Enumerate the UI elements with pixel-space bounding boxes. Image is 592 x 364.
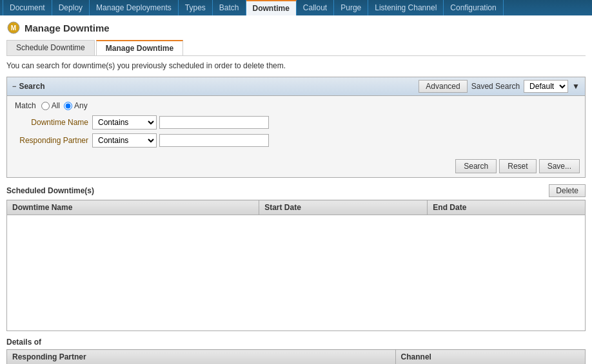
nav-tab-callout[interactable]: Callout xyxy=(297,0,334,15)
manage-downtime-icon: M xyxy=(6,21,21,35)
results-header: Scheduled Downtime(s) Delete xyxy=(6,184,586,197)
info-text: You can search for downtime(s) you previ… xyxy=(6,61,586,70)
page-title-area: M Manage Downtime xyxy=(6,21,586,35)
nav-tab-deploy[interactable]: Deploy xyxy=(52,0,90,15)
radio-group: All Any xyxy=(41,101,88,110)
details-table: Responding Partner Channel xyxy=(6,349,586,364)
details-header-row: Responding Partner Channel xyxy=(7,350,586,365)
downtime-name-input[interactable] xyxy=(159,116,269,129)
nav-tab-batch[interactable]: Batch xyxy=(213,0,246,15)
results-table-body xyxy=(7,215,586,331)
collapse-icon[interactable]: − xyxy=(12,82,16,90)
responding-partner-label: Responding Partner xyxy=(15,136,92,145)
details-title: Details of xyxy=(6,338,586,347)
nav-tab-listening-channel[interactable]: Listening Channel xyxy=(368,0,444,15)
responding-partner-input[interactable] xyxy=(159,134,269,147)
radio-all[interactable]: All xyxy=(41,101,60,110)
nav-tab-configuration[interactable]: Configuration xyxy=(444,0,503,15)
nav-tab-types[interactable]: Types xyxy=(179,0,213,15)
results-section: Scheduled Downtime(s) Delete Downtime Na… xyxy=(6,184,586,331)
nav-bar: Document Deploy Manage Deployments Types… xyxy=(0,0,592,15)
empty-row xyxy=(7,215,586,331)
downtime-name-field-row: Downtime Name Contains Equals Starts Wit… xyxy=(15,115,577,129)
match-row: Match All Any xyxy=(15,101,577,110)
downtime-name-label: Downtime Name xyxy=(15,118,92,127)
downtime-name-operator[interactable]: Contains Equals Starts With Ends With xyxy=(92,115,157,129)
search-panel: − Search Advanced Saved Search Default ▼… xyxy=(6,77,586,178)
results-title: Scheduled Downtime(s) xyxy=(6,186,94,195)
saved-search-label: Saved Search xyxy=(471,82,520,91)
radio-any[interactable]: Any xyxy=(64,101,88,110)
nav-tab-document[interactable]: Document xyxy=(3,0,52,15)
subtab-manage-downtime[interactable]: Manage Downtime xyxy=(96,40,183,55)
col-start-date: Start Date xyxy=(259,200,428,215)
search-body: Match All Any Downtime Name Contains xyxy=(7,96,585,157)
page-content: M Manage Downtime Schedule Downtime Mana… xyxy=(0,15,592,364)
save-button[interactable]: Save... xyxy=(539,159,580,173)
dropdown-arrow-icon: ▼ xyxy=(572,82,580,91)
col-end-date: End Date xyxy=(428,200,586,215)
nav-tab-downtime[interactable]: Downtime xyxy=(246,0,297,15)
nav-tab-manage-deployments[interactable]: Manage Deployments xyxy=(90,0,179,15)
table-header-row: Downtime Name Start Date End Date xyxy=(7,200,586,215)
svg-text:M: M xyxy=(11,24,16,32)
subtab-schedule-downtime[interactable]: Schedule Downtime xyxy=(6,40,95,55)
reset-button[interactable]: Reset xyxy=(499,159,536,173)
responding-partner-field-row: Responding Partner Contains Equals Start… xyxy=(15,133,577,148)
saved-search-select[interactable]: Default xyxy=(524,80,568,93)
details-section: Details of Responding Partner Channel xyxy=(6,338,586,364)
responding-partner-operator[interactable]: Contains Equals Starts With Ends With xyxy=(92,133,157,148)
match-label: Match xyxy=(15,101,36,110)
details-col-channel: Channel xyxy=(395,350,585,365)
search-panel-actions: Advanced Saved Search Default ▼ xyxy=(419,80,580,93)
page-title: Manage Downtime xyxy=(25,23,110,34)
results-table: Downtime Name Start Date End Date xyxy=(6,200,586,331)
search-panel-title: − Search xyxy=(12,82,44,91)
details-col-partner: Responding Partner xyxy=(7,350,396,365)
nav-tab-purge[interactable]: Purge xyxy=(334,0,368,15)
search-button[interactable]: Search xyxy=(455,159,497,173)
col-downtime-name: Downtime Name xyxy=(7,200,259,215)
sub-tabs: Schedule Downtime Manage Downtime xyxy=(6,40,586,56)
advanced-button[interactable]: Advanced xyxy=(419,80,467,93)
search-actions: Search Reset Save... xyxy=(7,157,585,177)
search-title-label: Search xyxy=(19,82,44,91)
delete-button[interactable]: Delete xyxy=(549,184,586,197)
search-panel-header: − Search Advanced Saved Search Default ▼ xyxy=(7,77,585,96)
